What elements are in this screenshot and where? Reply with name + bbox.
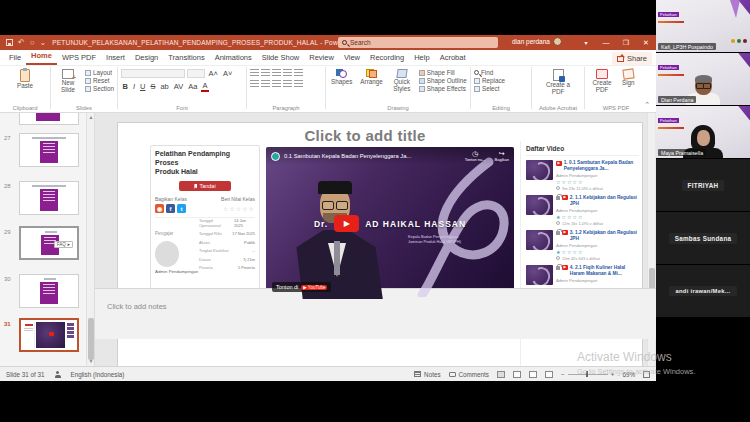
- change-case-button[interactable]: Aa: [187, 82, 199, 91]
- youtube-play-button[interactable]: ▶: [334, 215, 359, 232]
- tab-insert[interactable]: Insert: [101, 50, 130, 65]
- video-list-item-1[interactable]: ▶ 1. 0.1 Sambutan Kepala Badan Penyeleng…: [526, 160, 639, 191]
- underline-button[interactable]: U: [139, 82, 147, 91]
- customize-qat-icon[interactable]: ⌄: [40, 38, 47, 47]
- youtube-player[interactable]: 0.1 Sambutan Kepala Badan Penyelenggara …: [266, 147, 514, 299]
- participant-tile-5[interactable]: Sambas Sundana: [656, 212, 750, 265]
- notes-placeholder[interactable]: Click to add notes: [107, 302, 167, 311]
- comments-toggle[interactable]: Comments: [449, 371, 489, 378]
- find-button[interactable]: Find: [474, 69, 528, 76]
- increase-indent-icon[interactable]: [283, 69, 292, 76]
- twitter-icon[interactable]: t: [177, 204, 186, 213]
- paste-button[interactable]: Paste: [3, 68, 47, 91]
- thumbnail-scroll-thumb[interactable]: [88, 318, 94, 360]
- video-item-title[interactable]: 4. 2.1 Fiqih Kuliner Halal Haram Makanan…: [570, 265, 639, 277]
- tab-transitions[interactable]: Transitions: [163, 50, 209, 65]
- align-left-icon[interactable]: [250, 80, 259, 87]
- shape-outline-button[interactable]: Shape Outline: [419, 77, 467, 84]
- replace-button[interactable]: Replace: [474, 77, 528, 84]
- restore-button[interactable]: ❐: [616, 35, 636, 50]
- course-rating-stars[interactable]: ☆☆☆☆☆: [223, 205, 255, 212]
- participant-tile-1[interactable]: Pelatihan Kafi_LP3H Puspaindo: [656, 0, 750, 53]
- decrease-font-icon[interactable]: A˅: [221, 69, 233, 78]
- ribbon-display-options-icon[interactable]: ▾: [576, 35, 596, 50]
- align-center-icon[interactable]: [261, 80, 270, 87]
- video-list-item-2[interactable]: ▶ 2. 1.1 Kebijakan dan Regulasi JPH Admi…: [526, 195, 639, 226]
- font-name-combobox[interactable]: [121, 69, 185, 78]
- video-item-title[interactable]: 1. 0.1 Sambutan Kepala Badan Penyelengga…: [564, 160, 639, 172]
- numbering-icon[interactable]: [261, 69, 270, 76]
- new-slide-button[interactable]: New Slide: [54, 68, 82, 95]
- participant-tile-3[interactable]: Pelatihan Maya Pramaisella: [656, 106, 750, 159]
- watch-later-button[interactable]: ◷ Tonton na...: [465, 150, 486, 162]
- sign-button[interactable]: Sign: [620, 68, 637, 95]
- tab-animations[interactable]: Animations: [210, 50, 257, 65]
- search-box[interactable]: [338, 37, 498, 48]
- video-title[interactable]: 0.1 Sambutan Kepala Badan Penyelenggara …: [284, 153, 461, 159]
- channel-avatar[interactable]: [271, 152, 280, 161]
- bold-button[interactable]: B: [121, 82, 129, 91]
- zoom-level[interactable]: 69%: [622, 371, 635, 378]
- undo-icon[interactable]: ↶: [18, 38, 25, 47]
- account-area[interactable]: dian perdana: [512, 37, 562, 46]
- close-button[interactable]: ✕: [636, 35, 656, 50]
- tab-review[interactable]: Review: [304, 50, 339, 65]
- accessibility-icon[interactable]: [55, 371, 61, 378]
- slide-31-thumbnail[interactable]: [19, 318, 79, 352]
- video-item-stars[interactable]: ★☆☆☆☆: [556, 249, 639, 255]
- tab-file[interactable]: File: [4, 50, 26, 65]
- zoom-in-icon[interactable]: +: [611, 371, 615, 378]
- justify-icon[interactable]: [283, 80, 292, 87]
- share-video-button[interactable]: ↪ Bagikan: [495, 150, 509, 162]
- shadow-button[interactable]: ab: [159, 82, 170, 91]
- slide-29-thumbnail[interactable]: FAQ: [19, 226, 79, 260]
- tab-wps-pdf[interactable]: WPS PDF: [57, 50, 101, 65]
- tab-design[interactable]: Design: [130, 50, 163, 65]
- zoom-knob[interactable]: [586, 371, 589, 377]
- search-input[interactable]: [350, 39, 494, 46]
- facebook-icon[interactable]: f: [166, 204, 175, 213]
- quick-styles-button[interactable]: Quick Styles: [389, 68, 415, 94]
- participant-tile-6[interactable]: andi irawan/Mek...: [656, 265, 750, 318]
- language-indicator[interactable]: English (Indonesia): [71, 371, 125, 378]
- thumbnail-scrollbar[interactable]: ▲ ▼: [86, 113, 94, 366]
- zoom-out-icon[interactable]: −: [561, 371, 565, 378]
- video-list-item-3[interactable]: ▶ 3. 1.2 Kebijakan dan Regulasi JPH Admi…: [526, 230, 639, 261]
- arrange-button[interactable]: Arrange: [358, 68, 384, 87]
- video-list-item-4[interactable]: ▶ 4. 2.1 Fiqih Kuliner Halal Haram Makan…: [526, 265, 639, 285]
- reset-button[interactable]: Reset: [85, 77, 114, 84]
- font-size-combobox[interactable]: [187, 69, 205, 78]
- scroll-down-icon[interactable]: ▼: [87, 357, 95, 366]
- columns-icon[interactable]: [294, 80, 303, 87]
- normal-view-button[interactable]: [497, 371, 505, 378]
- increase-font-icon[interactable]: A˄: [207, 69, 219, 78]
- shape-fill-button[interactable]: Shape Fill: [419, 69, 467, 76]
- watch-on-youtube-badge[interactable]: Tonton di ▶YouTube: [272, 282, 331, 292]
- select-button[interactable]: Select: [474, 85, 528, 92]
- zoom-slider[interactable]: − +: [561, 371, 614, 378]
- minimize-button[interactable]: —: [596, 35, 616, 50]
- slide-sorter-view-button[interactable]: [513, 371, 521, 378]
- tab-home[interactable]: Home: [26, 48, 57, 65]
- italic-button[interactable]: I: [131, 82, 136, 91]
- participant-tile-4[interactable]: FITRIYAH: [656, 159, 750, 212]
- video-item-stars[interactable]: ★☆☆☆☆: [556, 214, 639, 220]
- create-pdf-button[interactable]: Create PDF: [588, 68, 616, 95]
- redo-icon[interactable]: ○: [30, 38, 35, 47]
- align-right-icon[interactable]: [272, 80, 281, 87]
- tab-slide-show[interactable]: Slide Show: [257, 50, 305, 65]
- decrease-indent-icon[interactable]: [272, 69, 281, 76]
- create-a-pdf-button[interactable]: Create a PDF: [535, 68, 581, 97]
- rss-share-icon[interactable]: ◉: [155, 204, 164, 213]
- layout-button[interactable]: Layout: [85, 69, 114, 76]
- font-color-button[interactable]: A: [201, 81, 209, 92]
- tab-view[interactable]: View: [339, 50, 365, 65]
- shapes-button[interactable]: Shapes: [329, 68, 354, 87]
- collapse-ribbon-icon[interactable]: ⌃: [644, 101, 650, 109]
- shape-effects-button[interactable]: Shape Effects: [419, 85, 467, 92]
- tab-help[interactable]: Help: [409, 50, 434, 65]
- participant-tile-2[interactable]: Pelatihan Dian Perdana: [656, 53, 750, 106]
- tandai-button[interactable]: Tandai: [179, 181, 231, 191]
- slide-30-thumbnail[interactable]: [19, 274, 79, 308]
- slide-27-thumbnail[interactable]: [19, 133, 79, 167]
